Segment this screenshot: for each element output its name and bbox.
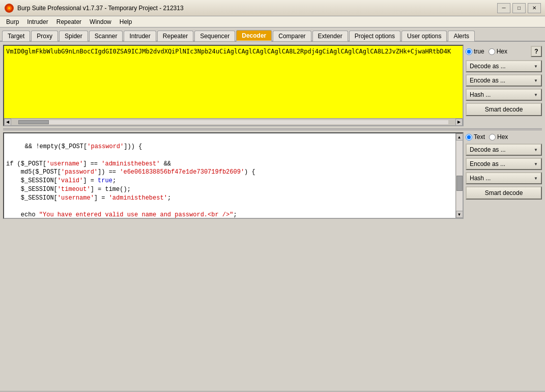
menu-bar: Burp Intruder Repeater Window Help — [0, 16, 545, 27]
bottom-hex-radio[interactable] — [489, 134, 496, 141]
menu-repeater[interactable]: Repeater — [52, 17, 85, 26]
top-decode-arrow: ▼ — [534, 64, 538, 69]
top-hex-radio[interactable] — [489, 48, 495, 55]
tab-decoder[interactable]: Decoder — [236, 30, 272, 41]
menu-window[interactable]: Window — [85, 17, 116, 26]
minimize-button[interactable]: ─ — [497, 3, 510, 13]
bottom-decode-as-button[interactable]: Decode as ... ▼ — [466, 144, 542, 156]
tab-scanner[interactable]: Scanner — [89, 31, 123, 41]
bottom-editor-row: && !empty($_POST['password'])) { if ($_P… — [3, 132, 542, 219]
svg-point-2 — [8, 7, 10, 9]
bottom-hash-arrow: ▼ — [534, 176, 538, 181]
bottom-code-content: && !empty($_POST['password'])) { if ($_P… — [6, 141, 255, 218]
bottom-encode-as-button[interactable]: Encode as ... ▼ — [466, 158, 542, 170]
top-smart-decode-button[interactable]: Smart decode — [466, 103, 542, 116]
top-text-area-wrapper: VmID0glmFkbWlubG9nLnBocCIgdGI0ZSA9ICJMb2… — [3, 45, 464, 126]
top-horizontal-scrollbar[interactable]: ◀ ▶ — [4, 118, 463, 125]
tab-comparer[interactable]: Comparer — [273, 31, 311, 41]
app-icon — [4, 3, 14, 13]
top-hash-label: Hash ... — [470, 91, 491, 98]
close-button[interactable]: ✕ — [528, 3, 541, 13]
tab-proxy[interactable]: Proxy — [31, 31, 58, 41]
top-hex-radio-label[interactable]: Hex — [489, 48, 507, 55]
bottom-hex-label: Hex — [497, 133, 508, 141]
title-bar: Burp Suite Professional v1.7.37 - Tempor… — [0, 0, 545, 16]
panel-splitter[interactable] — [3, 128, 542, 130]
scroll-down-btn[interactable]: ▼ — [456, 211, 463, 218]
bottom-hex-radio-label[interactable]: Hex — [489, 133, 508, 141]
bottom-text-label: Text — [474, 133, 485, 141]
main-content: VmID0glmFkbWlubG9nLnBocCIgdGI0ZSA9ICJMb2… — [0, 42, 545, 391]
tab-bar: Target Proxy Spider Scanner Intruder Rep… — [0, 27, 545, 42]
menu-help[interactable]: Help — [116, 17, 136, 26]
bottom-text-area[interactable]: && !empty($_POST['password'])) { if ($_P… — [4, 133, 455, 218]
top-encode-arrow: ▼ — [534, 78, 538, 83]
bottom-hash-label: Hash ... — [470, 175, 491, 182]
tab-extender[interactable]: Extender — [312, 31, 348, 41]
top-controls-panel: true Hex ? Decode as ... ▼ Encode as ...… — [466, 45, 542, 126]
scroll-h-thumb — [18, 120, 49, 124]
bottom-controls-panel: Text Hex Decode as ... ▼ Encode as ... ▼ — [466, 132, 542, 219]
tab-project-options[interactable]: Project options — [349, 31, 400, 41]
scroll-h-track — [18, 120, 448, 124]
bottom-text-radio[interactable] — [466, 134, 472, 141]
tab-sequencer[interactable]: Sequencer — [194, 31, 235, 41]
top-text-area[interactable]: VmID0glmFkbWlubG9nLnBocCIgdGI0ZSA9ICJMb2… — [4, 46, 463, 125]
tab-user-options[interactable]: User options — [401, 31, 447, 41]
top-editor-row: VmID0glmFkbWlubG9nLnBocCIgdGI0ZSA9ICJMb2… — [3, 45, 542, 126]
window-controls: ─ □ ✕ — [497, 3, 541, 13]
top-encode-as-label: Encode as ... — [470, 77, 505, 84]
maximize-button[interactable]: □ — [512, 3, 526, 13]
bottom-encode-arrow: ▼ — [534, 162, 538, 166]
scroll-right-btn[interactable]: ▶ — [455, 119, 463, 126]
top-hash-button[interactable]: Hash ... ▼ — [466, 89, 542, 101]
top-text-label: true — [474, 48, 484, 55]
bottom-smart-decode-button[interactable]: Smart decode — [466, 186, 542, 200]
tab-alerts[interactable]: Alerts — [448, 31, 475, 41]
top-decode-as-button[interactable]: Decode as ... ▼ — [466, 60, 542, 72]
top-hash-arrow: ▼ — [534, 93, 538, 97]
menu-burp[interactable]: Burp — [2, 17, 23, 26]
window-title: Burp Suite Professional v1.7.37 - Tempor… — [17, 5, 184, 12]
menu-intruder[interactable]: Intruder — [23, 17, 52, 26]
bottom-text-radio-label[interactable]: Text — [466, 133, 485, 141]
scroll-up-btn[interactable]: ▲ — [456, 133, 463, 141]
top-text-radio-label[interactable]: true — [466, 48, 484, 55]
bottom-hash-button[interactable]: Hash ... ▼ — [466, 172, 542, 184]
tab-intruder[interactable]: Intruder — [124, 31, 156, 41]
bottom-vertical-scrollbar[interactable]: ▲ ▼ — [455, 133, 463, 218]
top-help-button[interactable]: ? — [531, 46, 542, 57]
top-format-row: true Hex ? — [466, 45, 542, 58]
decoder-panel: VmID0glmFkbWlubG9nLnBocCIgdGI0ZSA9ICJMb2… — [3, 45, 542, 388]
bottom-format-row: Text Hex — [466, 132, 542, 142]
scroll-v-track — [456, 141, 463, 211]
tab-spider[interactable]: Spider — [59, 31, 88, 41]
bottom-text-area-wrapper: && !empty($_POST['password'])) { if ($_P… — [3, 132, 464, 219]
bottom-decode-as-label: Decode as ... — [470, 146, 506, 153]
top-text-radio[interactable] — [466, 48, 472, 55]
title-bar-left: Burp Suite Professional v1.7.37 - Tempor… — [4, 3, 184, 13]
bottom-decode-arrow: ▼ — [534, 148, 538, 152]
tab-repeater[interactable]: Repeater — [157, 31, 193, 41]
top-decode-as-label: Decode as ... — [470, 63, 506, 70]
scroll-left-btn[interactable]: ◀ — [4, 119, 11, 126]
top-encode-as-button[interactable]: Encode as ... ▼ — [466, 74, 542, 87]
scroll-v-thumb — [456, 176, 463, 191]
top-hex-label: Hex — [497, 48, 507, 55]
tab-target[interactable]: Target — [2, 31, 30, 41]
bottom-encode-as-label: Encode as ... — [470, 160, 505, 167]
